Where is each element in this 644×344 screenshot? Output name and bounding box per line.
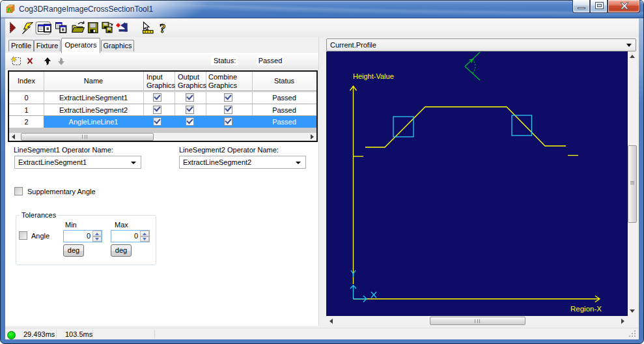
svg-text:?: ? [160,22,166,35]
svg-text:Region-X: Region-X [570,305,602,313]
svg-text:Height-Value: Height-Value [353,72,394,80]
